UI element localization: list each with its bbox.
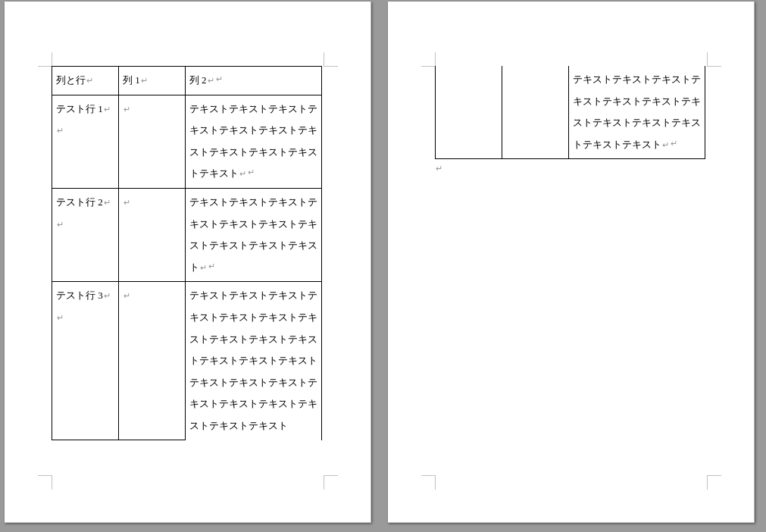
row-end-mark-icon: ↵ — [216, 70, 223, 88]
row-label-cell[interactable]: テスト行 2↵↵ — [52, 188, 119, 281]
row-label-cell[interactable]: テスト行 3↵↵ — [52, 282, 119, 440]
margin-corner-icon — [421, 475, 436, 490]
col1-cell[interactable] — [502, 66, 568, 159]
paragraph-mark-icon: ↵ — [86, 76, 93, 85]
document-table-continued[interactable]: テキストテキストテキストテキストテキストテキストテキストテキストテキストテキスト… — [435, 66, 705, 159]
paragraph-mark-icon: ↵ — [57, 220, 64, 229]
col2-cell[interactable]: テキストテキストテキストテキストテキストテキストテキストテキストテキストテキスト… — [568, 66, 705, 159]
paragraph-mark-icon: ↵ — [662, 140, 669, 149]
row-label-cell[interactable] — [436, 66, 502, 159]
paragraph-mark-icon: ↵ — [104, 105, 111, 114]
table-header-row: 列と行↵ 列 1↵ 列 2↵↵ — [52, 67, 322, 95]
page-1-content[interactable]: 列と行↵ 列 1↵ 列 2↵↵ テスト行 1↵↵ ↵ テキストテキストテキストテ… — [52, 66, 324, 477]
margin-corner-icon — [324, 475, 338, 490]
row-label-cell[interactable]: テスト行 1↵↵ — [52, 95, 119, 188]
page-2-content[interactable]: テキストテキストテキストテキストテキストテキストテキストテキストテキストテキスト… — [435, 66, 708, 477]
document-table[interactable]: 列と行↵ 列 1↵ 列 2↵↵ テスト行 1↵↵ ↵ テキストテキストテキストテ… — [52, 66, 322, 440]
paragraph-mark-icon: ↵ — [57, 126, 64, 135]
paragraph-mark-icon: ↵ — [436, 164, 442, 173]
paragraph-mark-icon: ↵ — [141, 76, 148, 85]
col2-cell[interactable]: テキストテキストテキストテキストテキストテキストテキストテキストテキストテキスト… — [185, 282, 321, 440]
col1-cell[interactable]: ↵ — [118, 95, 185, 188]
table-row: テキストテキストテキストテキストテキストテキストテキストテキストテキストテキスト… — [436, 66, 705, 159]
paragraph-mark-icon: ↵ — [104, 291, 111, 300]
paragraph-mark-icon: ↵ — [123, 291, 130, 300]
margin-corner-icon — [707, 475, 721, 490]
row-end-mark-icon: ↵ — [671, 134, 677, 152]
margin-corner-icon — [707, 52, 721, 67]
paragraph-mark-icon: ↵ — [123, 198, 130, 207]
document-workspace: 列と行↵ 列 1↵ 列 2↵↵ テスト行 1↵↵ ↵ テキストテキストテキストテ… — [0, 0, 766, 532]
paragraph-mark-icon: ↵ — [239, 169, 246, 178]
table-row: テスト行 3↵↵ ↵ テキストテキストテキストテキストテキストテキストテキストテ… — [52, 282, 322, 440]
margin-corner-icon — [38, 52, 52, 67]
margin-corner-icon — [38, 475, 52, 490]
col1-cell[interactable]: ↵ — [118, 188, 185, 281]
paragraph-mark-icon: ↵ — [104, 198, 111, 207]
row-end-mark-icon: ↵ — [208, 257, 215, 275]
table-row: テスト行 2↵↵ ↵ テキストテキストテキストテキストテキストテキストテキストテ… — [52, 188, 322, 281]
table-row: テスト行 1↵↵ ↵ テキストテキストテキストテキストテキストテキストテキストテ… — [52, 95, 322, 188]
page-1[interactable]: 列と行↵ 列 1↵ 列 2↵↵ テスト行 1↵↵ ↵ テキストテキストテキストテ… — [5, 2, 371, 523]
col2-cell[interactable]: テキストテキストテキストテキストテキストテキストテキストテキストテキストテキスト… — [185, 95, 321, 188]
header-cell-2[interactable]: 列 2↵↵ — [185, 67, 321, 95]
margin-corner-icon — [324, 52, 338, 67]
paragraph-mark-icon: ↵ — [57, 313, 64, 322]
header-cell-0[interactable]: 列と行↵ — [52, 67, 119, 95]
margin-corner-icon — [421, 52, 436, 67]
col1-cell[interactable]: ↵ — [118, 282, 185, 440]
paragraph-mark-icon: ↵ — [123, 105, 130, 114]
page-2[interactable]: テキストテキストテキストテキストテキストテキストテキストテキストテキストテキスト… — [388, 2, 755, 523]
paragraph-mark-icon: ↵ — [208, 76, 214, 85]
header-cell-1[interactable]: 列 1↵ — [118, 67, 185, 95]
paragraph-mark-icon: ↵ — [200, 263, 207, 272]
col2-cell[interactable]: テキストテキストテキストテキストテキストテキストテキストテキストテキストテキスト… — [185, 188, 321, 281]
row-end-mark-icon: ↵ — [248, 163, 255, 181]
